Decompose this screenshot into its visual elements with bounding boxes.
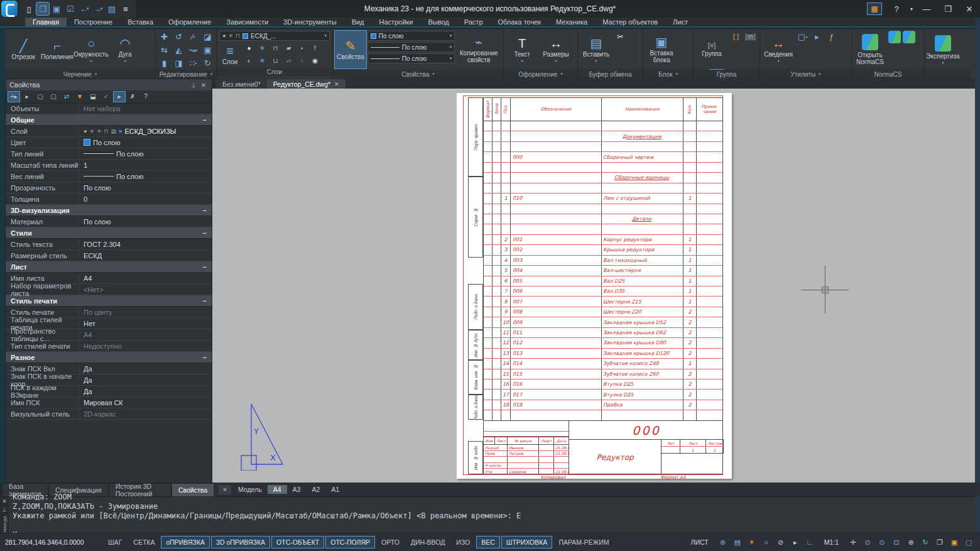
layer-tool-button[interactable]: ▰ (282, 42, 295, 54)
close-icon[interactable]: ✕ (334, 81, 339, 87)
property-value[interactable]: По слою (80, 218, 212, 226)
ribbon-button[interactable]: ⇆ ▾ (158, 44, 171, 56)
status-tool-icon[interactable]: ↻ (919, 537, 932, 548)
property-combo[interactable]: По слою ▾ (368, 42, 455, 52)
ribbon-button[interactable]: ƒ ▾ (825, 31, 838, 43)
ribbon-button[interactable]: ◪ ▾ (201, 31, 214, 43)
selection-tool-icon[interactable]: ⇄ (61, 92, 72, 102)
menu-tab[interactable]: Лист (665, 18, 695, 26)
menu-tab[interactable]: Мастер объектов (595, 18, 665, 26)
document-tab[interactable]: Редуктор_CE.dwg* ✕ (267, 79, 346, 89)
property-value[interactable]: Мировая СК (80, 399, 212, 406)
ribbon-button[interactable]: ▮ ▾ (158, 57, 171, 69)
status-tool-icon[interactable]: ▸ (789, 537, 802, 548)
property-value[interactable]: A4 (80, 331, 212, 339)
property-value[interactable]: 2D-каркас (80, 410, 212, 418)
property-value[interactable]: Да (80, 376, 212, 384)
property-value[interactable]: 0 (80, 195, 212, 203)
ribbon-button[interactable]: ↺ ▾ (172, 31, 185, 43)
ribbon-button[interactable]: ▸ ▾ (810, 31, 824, 43)
quick-access-button[interactable]: → ▾ (92, 3, 104, 15)
status-toggle[interactable]: ПАРАМ-РЕЖИМ (553, 536, 614, 548)
command-history[interactable]: Команда: ZOOMZ,ZOOM,ПО,ПОКАЗАТЬ - Зумиро… (9, 493, 975, 533)
ribbon-button[interactable]: ◠ Дуга ▾ (109, 31, 141, 68)
status-toggle[interactable]: ИЗО (451, 536, 475, 548)
layer-tool-button[interactable]: ⊔ (269, 55, 282, 67)
ribbon-button[interactable]: ↔ Размеры ▾ (540, 31, 572, 68)
space-indicator[interactable]: ЛИСТ (691, 538, 709, 546)
menu-tab[interactable]: Облака точек (491, 18, 549, 26)
layer-tool-button[interactable]: ▪ (295, 42, 308, 54)
menu-tab[interactable]: Механика (548, 18, 595, 26)
quick-access-button[interactable]: ← ▾ (78, 3, 90, 15)
menu-tab[interactable]: Настройки (372, 18, 421, 26)
property-value[interactable]: Да (80, 365, 212, 373)
ribbon-button[interactable]: [≡] Группа ▾ (695, 31, 728, 68)
collapse-icon[interactable]: − (203, 207, 212, 214)
property-value[interactable]: Нет (80, 320, 212, 327)
property-value[interactable]: По цвету (80, 308, 212, 316)
quick-access-button[interactable]: ▯ ▾ (23, 3, 35, 15)
collapse-icon[interactable]: − (203, 263, 212, 271)
status-tool-icon[interactable]: ▤ (731, 537, 744, 548)
status-toggle[interactable]: ШТРИХОВКА (501, 536, 553, 548)
layer-tool-button[interactable]: ⊓ (269, 42, 282, 54)
ribbon-button[interactable]: ▢ ▾ (796, 31, 809, 43)
ribbon-button[interactable]: ▾ (888, 31, 901, 43)
document-tab[interactable]: Без имени0* ✕ (216, 79, 267, 89)
property-value[interactable]: 1 (80, 161, 212, 169)
menu-tab[interactable]: Вид (344, 18, 372, 26)
layers-button[interactable]: ≡ Слои (219, 42, 241, 67)
ribbon-button[interactable]: ◨ ▾ (172, 57, 185, 69)
selection-tool-icon[interactable]: ▢ (35, 92, 46, 102)
properties-button[interactable]: ✎ Свойства (335, 31, 366, 68)
ribbon-button[interactable]: ○ Окружность ▾ (75, 31, 107, 68)
ribbon-button[interactable]: ◭ ▾ (172, 44, 185, 56)
layer-tool-button[interactable]: ◉ (308, 55, 322, 67)
status-toggle[interactable]: СЕТКА (128, 536, 160, 548)
layer-tool-button[interactable]: ◐ (242, 55, 256, 67)
menu-tab[interactable]: Оформление (161, 18, 219, 26)
selection-tool-icon[interactable]: ▸ (21, 92, 33, 102)
status-tool-icon[interactable]: ⊕ (905, 537, 917, 548)
help-button[interactable]: ? (886, 0, 907, 18)
ribbon-button[interactable]: ▤ Вставить ▾ (580, 31, 612, 68)
quick-access-button[interactable]: ▣ ▾ (50, 3, 63, 15)
collapse-icon[interactable]: − (203, 354, 212, 361)
property-combo[interactable]: По слою ▾ (368, 31, 455, 41)
pin-icon[interactable]: ⊥ (2, 506, 7, 513)
property-value[interactable]: Да (80, 388, 212, 395)
selection-tool-icon[interactable]: ? (140, 92, 151, 102)
selection-tool-icon[interactable]: +▸ (8, 92, 19, 102)
pin-icon[interactable]: ⊥ (189, 82, 198, 89)
property-value[interactable]: <Нет> (80, 286, 212, 293)
status-tool-icon[interactable]: ⊡ (890, 537, 903, 548)
quick-access-button[interactable]: ☑ ▾ (64, 3, 77, 15)
status-tool-icon[interactable]: ✛ (847, 537, 859, 548)
menu-tab[interactable]: Главная (25, 18, 67, 26)
status-tool-icon[interactable]: ⊛ (717, 537, 729, 548)
ribbon-button[interactable]: ⌐ Полилиния ▾ (41, 31, 74, 68)
property-value[interactable]: A4 (80, 275, 212, 282)
property-combo[interactable]: По слою ▾ (368, 53, 455, 63)
minimize-button[interactable]: — (916, 0, 937, 18)
close-button[interactable]: ✕ (959, 0, 980, 18)
layer-tool-button[interactable]: ✳ (256, 42, 269, 54)
selection-tool-icon[interactable]: ▼ (74, 92, 85, 102)
collapse-icon[interactable]: − (203, 116, 212, 124)
status-tool-icon[interactable]: ❐ (934, 537, 946, 548)
collapse-icon[interactable]: − (203, 297, 212, 305)
ribbon-button[interactable]: ✚ ▾ (158, 31, 171, 43)
property-value[interactable]: По слою (80, 150, 212, 158)
menu-tab[interactable]: 3D-инструменты (276, 18, 344, 26)
status-toggle[interactable]: ОТС-ПОЛЯР (325, 536, 375, 548)
status-toggle[interactable]: ВЕС (476, 536, 500, 548)
property-value[interactable]: ●✳✳⊓▤■ЕСКД_ЭСКИЗЫ (80, 128, 212, 135)
status-tool-icon[interactable]: ▣ (948, 537, 961, 548)
property-value[interactable]: По слою (80, 184, 212, 192)
ribbon-button[interactable]: ▣ Вставка блока ▾ (645, 31, 678, 68)
match-properties-button[interactable]: ⌁ Копирование свойств (456, 31, 501, 68)
layer-tool-button[interactable]: ● (242, 42, 256, 54)
quick-access-button[interactable]: ▤ ▾ (106, 3, 118, 15)
status-toggle[interactable]: ДИН-ВВОД (406, 536, 450, 548)
